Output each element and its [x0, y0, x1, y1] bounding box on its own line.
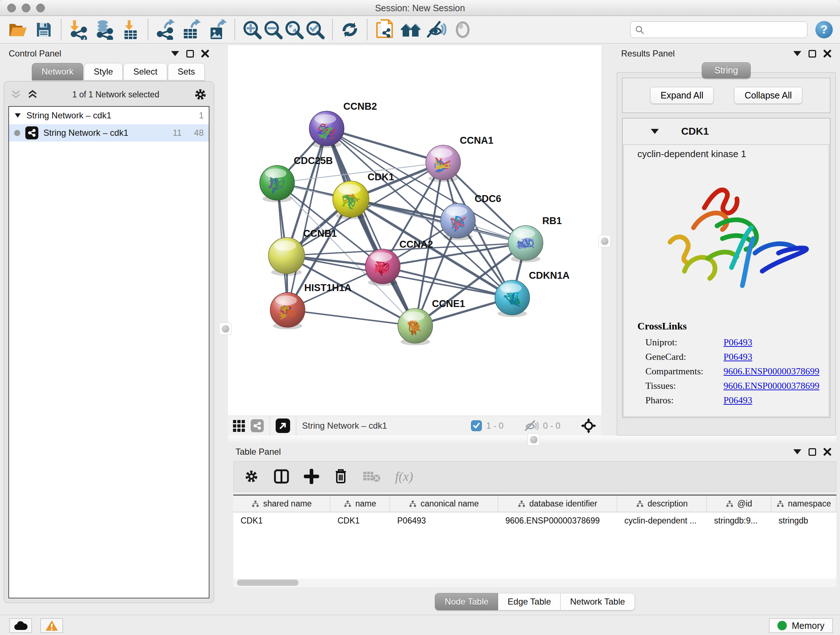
tab-select[interactable]: Select: [123, 63, 167, 80]
add-column-icon[interactable]: [304, 469, 319, 484]
warnings-button[interactable]: [41, 618, 63, 633]
panel-menu-icon[interactable]: [793, 51, 801, 56]
float-panel-icon[interactable]: [808, 448, 816, 456]
crosslink-link[interactable]: 9606.ENSP00000378699: [723, 366, 819, 377]
home-icon[interactable]: [400, 19, 421, 41]
node-result-header[interactable]: CDK1: [622, 119, 830, 144]
tab-network[interactable]: Network: [32, 63, 83, 80]
column-header-name[interactable]: name: [330, 496, 390, 512]
hide-graphics-details-icon[interactable]: [426, 19, 447, 41]
export-table-icon[interactable]: [181, 19, 202, 41]
crosslink-link[interactable]: P06493: [723, 352, 752, 363]
maximize-window-button[interactable]: [36, 4, 45, 12]
expand-all-icon[interactable]: [27, 89, 38, 100]
open-session-icon[interactable]: [7, 19, 28, 41]
tab-edge-table[interactable]: Edge Table: [498, 593, 561, 610]
close-panel-icon[interactable]: [201, 50, 209, 57]
minimize-window-button[interactable]: [22, 4, 30, 12]
tree-expand-icon[interactable]: [14, 112, 21, 119]
grid-view-icon[interactable]: [233, 420, 245, 432]
horizontal-splitter[interactable]: [228, 435, 836, 443]
right-splitter-handle[interactable]: [598, 235, 611, 247]
network-badge-icon[interactable]: [251, 419, 264, 432]
section-collapse-icon[interactable]: [651, 129, 659, 134]
export-image-icon[interactable]: [207, 19, 228, 41]
table-cell[interactable]: 9606.ENSP00000378699: [498, 512, 617, 530]
apply-layout-refresh-icon[interactable]: [339, 19, 360, 41]
crosslink-link[interactable]: P06493: [723, 337, 752, 348]
panel-menu-icon[interactable]: [171, 51, 179, 56]
network-collection-row[interactable]: String Network – cdk1 1: [9, 107, 209, 124]
birdseye-view-icon[interactable]: [276, 418, 290, 433]
delete-column-icon[interactable]: [333, 468, 348, 485]
selected-items-checkbox[interactable]: [471, 420, 482, 431]
tab-node-table[interactable]: Node Table: [435, 593, 498, 610]
table-options-gear-icon[interactable]: [244, 469, 259, 484]
cloud-status-button[interactable]: [9, 618, 32, 633]
zoom-selected-icon[interactable]: [305, 19, 325, 41]
table-row[interactable]: CDK1CDK1P064939606.ENSP00000378699cyclin…: [233, 512, 836, 530]
column-header-shared-name[interactable]: shared name: [233, 496, 330, 512]
network-row-selected[interactable]: String Network – cdk1 11 48: [9, 124, 209, 141]
search-input[interactable]: [648, 25, 803, 35]
tab-string[interactable]: String: [702, 62, 751, 79]
import-network-file-icon[interactable]: [68, 19, 89, 41]
network-options-gear-icon[interactable]: [194, 88, 207, 101]
zoom-in-icon[interactable]: [242, 19, 263, 41]
column-header-@id[interactable]: @id: [707, 496, 771, 512]
column-header-description[interactable]: description: [617, 496, 707, 512]
collapse-all-icon[interactable]: [11, 89, 21, 100]
panel-menu-icon[interactable]: [793, 449, 801, 454]
tab-style[interactable]: Style: [84, 63, 123, 80]
splitter-handle[interactable]: [527, 433, 540, 446]
import-table-file-icon[interactable]: [120, 19, 141, 41]
tab-network-table[interactable]: Network Table: [561, 593, 635, 610]
tab-sets[interactable]: Sets: [168, 63, 205, 80]
pan-crosshair-icon[interactable]: [581, 418, 596, 433]
table-horizontal-scrollbar[interactable]: [233, 578, 836, 587]
column-header-database-identifier[interactable]: database identifier: [498, 496, 617, 512]
left-splitter-handle[interactable]: [219, 323, 232, 335]
close-panel-icon[interactable]: [823, 448, 831, 456]
edge-CCNB2-CCNA1[interactable]: [327, 128, 443, 163]
table-cell[interactable]: cyclin-dependent ...: [617, 512, 707, 530]
close-panel-icon[interactable]: [823, 50, 831, 57]
table-cell[interactable]: stringdb: [771, 512, 836, 530]
export-network-icon[interactable]: [155, 19, 176, 41]
import-network-database-icon[interactable]: [94, 19, 115, 41]
edge-HIST1H1A-CCNE1[interactable]: [287, 310, 415, 326]
memory-button[interactable]: Memory: [769, 618, 833, 633]
help-icon[interactable]: ?: [815, 21, 833, 38]
crosslinks-rows: Uniprot:P06493GeneCard:P06493Compartment…: [638, 337, 829, 406]
zoom-out-icon[interactable]: [263, 19, 284, 41]
table-cell[interactable]: stringdb:9...: [707, 512, 771, 530]
crosslink-link[interactable]: 9606.ENSP00000378699: [723, 380, 819, 391]
node-RB1[interactable]: RB1: [508, 215, 562, 263]
network-canvas[interactable]: CCNB2CCNA1CDC25BCDK1CDC6RB1CCNB1CCNA2CDK…: [228, 45, 601, 416]
collapse-all-button[interactable]: Collapse All: [734, 87, 802, 104]
save-session-icon[interactable]: [33, 19, 54, 41]
node-CDC25B[interactable]: CDC25B: [260, 155, 333, 203]
float-panel-icon[interactable]: [186, 50, 194, 57]
close-window-button[interactable]: [7, 4, 16, 12]
edge-CCNB2-CCNE1[interactable]: [327, 128, 415, 326]
zoom-fit-icon[interactable]: [284, 19, 305, 41]
expand-all-button[interactable]: Expand All: [650, 87, 714, 104]
node-CCNB1[interactable]: CCNB1: [268, 228, 337, 276]
node-CDK1[interactable]: CDK1: [333, 172, 394, 219]
node-CCNE1[interactable]: CCNE1: [398, 298, 465, 345]
table-cell[interactable]: CDK1: [233, 512, 330, 530]
table-cell[interactable]: CDK1: [330, 512, 390, 530]
node-HIST1H1A[interactable]: HIST1H1A: [270, 282, 352, 329]
crosslink-link[interactable]: P06493: [723, 395, 752, 406]
table-cell[interactable]: P06493: [390, 512, 498, 530]
scrollbar-thumb[interactable]: [237, 580, 298, 586]
show-columns-icon[interactable]: [273, 469, 289, 485]
duplicate-network-icon[interactable]: [374, 19, 395, 41]
column-header-namespace[interactable]: namespace: [771, 496, 836, 512]
column-header-canonical-name[interactable]: canonical name: [390, 496, 498, 512]
show-graphics-details-icon[interactable]: [452, 19, 473, 41]
node-CDKN1A[interactable]: CDKN1A: [495, 270, 570, 317]
float-panel-icon[interactable]: [808, 50, 816, 57]
node-CCNA1[interactable]: CCNA1: [426, 135, 493, 182]
